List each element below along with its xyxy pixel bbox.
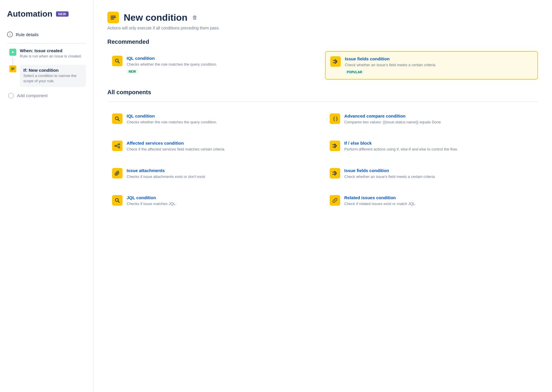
- condition-item[interactable]: If: New condition Select a condition to …: [9, 65, 86, 87]
- rule-details-label: Rule details: [16, 32, 39, 37]
- card-icon-iql-condition-rec: [112, 56, 123, 66]
- page-header: New condition 🗑: [107, 12, 538, 23]
- svg-rect-3: [111, 16, 116, 17]
- svg-point-12: [118, 144, 120, 145]
- recommended-section-title: Recommended: [107, 38, 538, 45]
- all-components-divider: [107, 102, 538, 102]
- card-desc-if-else-block: Perform different actions using if, else…: [344, 147, 533, 152]
- card-title-iql-condition-all: IQL condition: [127, 113, 316, 118]
- trigger-item[interactable]: + When: Issue created Rule is run when a…: [9, 48, 86, 59]
- svg-rect-2: [11, 70, 13, 70]
- card-title-issue-fields-condition-all: Issue fields condition: [344, 168, 533, 173]
- card-icon-issue-fields-condition-rec: [330, 56, 341, 67]
- card-body-issue-fields-condition-all: Issue fields condition Check whether an …: [344, 168, 533, 181]
- card-body-issue-fields-condition-rec: Issue fields condition Check whether an …: [345, 56, 533, 74]
- new-badge: NEW: [56, 11, 69, 17]
- card-icon-advanced-compare-condition: {}: [330, 113, 340, 124]
- add-circle-icon: [8, 93, 14, 99]
- card-title-affected-services-condition: Affected services condition: [127, 141, 316, 146]
- card-title-related-issues-condition: Related issues condition: [344, 195, 533, 200]
- component-card-issue-fields-condition-rec[interactable]: Issue fields condition Check whether an …: [325, 51, 538, 80]
- sidebar: Automation NEW i Rule details + When: Is…: [0, 0, 93, 392]
- svg-point-11: [115, 145, 116, 147]
- component-card-related-issues-condition[interactable]: Related issues condition Check if relate…: [325, 190, 538, 213]
- svg-rect-4: [111, 17, 116, 18]
- add-component-row[interactable]: Add component: [7, 93, 86, 99]
- trigger-content: When: Issue created Rule is run when an …: [20, 48, 86, 59]
- card-title-issue-attachments: Issue attachments: [127, 168, 316, 173]
- svg-rect-0: [11, 68, 15, 68]
- component-card-iql-condition-all[interactable]: IQL condition Checks whether the rule ma…: [107, 109, 320, 131]
- svg-line-17: [118, 201, 120, 202]
- card-desc-issue-fields-condition-all: Check whether an issue's field meets a c…: [344, 174, 533, 179]
- card-title-iql-condition-rec: IQL condition: [127, 56, 316, 61]
- svg-line-14: [116, 145, 118, 146]
- info-icon: i: [7, 32, 13, 37]
- card-desc-jql-condition: Checks if issue matches JQL.: [127, 201, 316, 206]
- card-desc-advanced-compare-condition: Compares two values: {{issue.status.name…: [344, 120, 533, 125]
- svg-text:{}: {}: [333, 116, 338, 121]
- svg-line-9: [118, 120, 120, 121]
- svg-rect-5: [111, 19, 114, 20]
- card-icon-if-else-block: [330, 141, 340, 151]
- timeline: + When: Issue created Rule is run when a…: [7, 48, 86, 87]
- condition-label: If: New condition: [23, 68, 83, 73]
- main-content: New condition 🗑 Actions will only execut…: [93, 0, 552, 392]
- svg-point-13: [118, 147, 120, 148]
- card-title-jql-condition: JQL condition: [127, 195, 316, 200]
- header-condition-icon: [107, 12, 119, 23]
- card-body-advanced-compare-condition: Advanced compare condition Compares two …: [344, 113, 533, 127]
- card-desc-affected-services-condition: Check if the affected services field mat…: [127, 147, 316, 152]
- trigger-icon: +: [9, 49, 16, 56]
- svg-line-15: [116, 146, 118, 147]
- card-body-jql-condition: JQL condition Checks if issue matches JQ…: [127, 195, 316, 208]
- svg-line-7: [118, 62, 120, 63]
- card-body-issue-attachments: Issue attachments Checks if issue attach…: [127, 168, 316, 181]
- card-title-issue-fields-condition-rec: Issue fields condition: [345, 56, 533, 61]
- all-components-section-title: All components: [107, 89, 538, 96]
- trigger-desc: Rule is run when an issue is created.: [20, 54, 86, 59]
- component-card-jql-condition[interactable]: JQL condition Checks if issue matches JQ…: [107, 190, 320, 213]
- card-desc-issue-fields-condition-rec: Check whether an issue's field meets a c…: [345, 62, 533, 68]
- card-body-iql-condition-rec: IQL condition Checks whether the rule ma…: [127, 56, 316, 74]
- component-card-advanced-compare-condition[interactable]: {} Advanced compare condition Compares t…: [325, 109, 538, 131]
- popular-badge: POPULAR: [345, 70, 364, 74]
- card-body-related-issues-condition: Related issues condition Check if relate…: [344, 195, 533, 208]
- sidebar-header: Automation NEW: [7, 9, 86, 19]
- card-desc-iql-condition-rec: Checks whether the rule matches the quer…: [127, 62, 316, 67]
- card-title-advanced-compare-condition: Advanced compare condition: [344, 113, 533, 118]
- new-badge-item: NEW: [127, 69, 138, 74]
- condition-block: If: New condition Select a condition to …: [20, 65, 86, 87]
- all-components-grid: IQL condition Checks whether the rule ma…: [107, 109, 538, 213]
- rule-details-row[interactable]: i Rule details: [7, 28, 86, 41]
- card-title-if-else-block: If / else block: [344, 141, 533, 146]
- trash-icon[interactable]: 🗑: [192, 15, 198, 21]
- component-card-affected-services-condition[interactable]: Affected services condition Check if the…: [107, 136, 320, 158]
- component-card-issue-attachments[interactable]: Issue attachments Checks if issue attach…: [107, 163, 320, 186]
- card-icon-related-issues-condition: [330, 195, 340, 206]
- card-desc-issue-attachments: Checks if issue attachments exist or don…: [127, 174, 316, 179]
- component-card-if-else-block[interactable]: If / else block Perform different action…: [325, 136, 538, 158]
- svg-rect-1: [11, 69, 15, 69]
- card-icon-jql-condition: [112, 195, 123, 206]
- condition-timeline-icon: [9, 65, 16, 72]
- card-icon-issue-attachments: [112, 168, 123, 178]
- card-icon-iql-condition-all: [112, 113, 123, 124]
- add-component-label: Add component: [17, 93, 48, 98]
- condition-content: If: New condition Select a condition to …: [20, 65, 86, 87]
- card-body-if-else-block: If / else block Perform different action…: [344, 141, 533, 154]
- card-icon-issue-fields-condition-all: [330, 168, 340, 178]
- card-desc-iql-condition-all: Checks whether the rule matches the quer…: [127, 120, 316, 125]
- trigger-label: When: Issue created: [20, 48, 86, 53]
- card-icon-affected-services-condition: [112, 141, 123, 151]
- recommended-grid: IQL condition Checks whether the rule ma…: [107, 51, 538, 80]
- card-desc-related-issues-condition: Check if related issues exist or match J…: [344, 201, 533, 206]
- component-card-iql-condition-rec[interactable]: IQL condition Checks whether the rule ma…: [107, 51, 320, 80]
- app-title: Automation: [7, 9, 53, 19]
- component-card-issue-fields-condition-all[interactable]: Issue fields condition Check whether an …: [325, 163, 538, 186]
- page-subtitle: Actions will only execute if all conditi…: [107, 26, 538, 30]
- card-body-affected-services-condition: Affected services condition Check if the…: [127, 141, 316, 154]
- condition-desc: Select a condition to narrow the scope o…: [23, 73, 83, 84]
- page-title: New condition: [124, 12, 188, 23]
- card-body-iql-condition-all: IQL condition Checks whether the rule ma…: [127, 113, 316, 127]
